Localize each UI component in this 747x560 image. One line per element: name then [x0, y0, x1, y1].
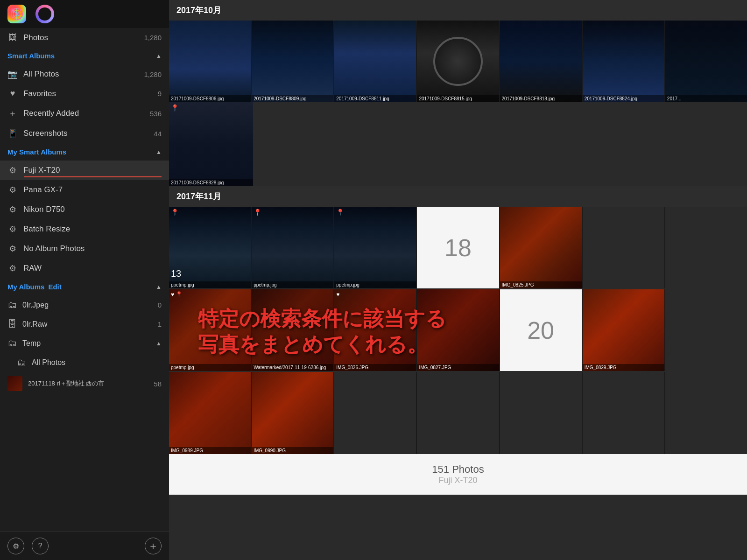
main-content: 2017年10月 20171009-DSCF8806.jpg 20171009-…: [169, 0, 747, 560]
november-grid-row1: 📍 13 ppetmp.jpg 📍 ppetmp.jpg 📍: [169, 207, 747, 288]
photo-label-nov-3: ppetmp.jpg: [334, 281, 416, 288]
sidebar-item-0lr-raw[interactable]: 🗄 0lr.Raw 1: [0, 315, 169, 334]
date-20-number: 20: [527, 316, 554, 344]
my-albums-header[interactable]: My Albums Edit ▲: [0, 278, 169, 295]
photos-icon: 🖼: [7, 33, 18, 42]
sidebar-item-temp[interactable]: 🗂 Temp ▲: [0, 334, 169, 353]
photo-nov-date-18[interactable]: 18: [417, 207, 499, 288]
photo-oct-4[interactable]: 20171009-DSCF8815.jpg: [417, 21, 499, 102]
sidebar-item-raw[interactable]: ⚙ RAW: [0, 259, 169, 278]
photo-nov-festival-1[interactable]: ♥ 📍 ppetmp.jpg: [169, 289, 251, 371]
plus-icon: ＋: [7, 108, 18, 119]
album-entry-count: 58: [154, 380, 162, 388]
november-photo-area: 📍 13 ppetmp.jpg 📍 ppetmp.jpg 📍: [169, 207, 747, 454]
settings-button[interactable]: ⚙: [7, 538, 24, 554]
photo-label-nov-2: ppetmp.jpg: [252, 281, 333, 288]
nov-empty-1: [583, 207, 664, 288]
sidebar-item-screenshots[interactable]: 📱 Screenshots 44: [0, 124, 169, 143]
album-thumb: [7, 376, 22, 391]
photo-grid-area[interactable]: 2017年10月 20171009-DSCF8806.jpg 20171009-…: [169, 0, 747, 560]
location-pin-nov-3: 📍: [336, 209, 344, 216]
sidebar-item-fuji-xt20[interactable]: ⚙ Fuji X-T20: [0, 161, 169, 180]
photo-nov-festival-3[interactable]: ♥ IMG_0826.JPG: [334, 289, 416, 371]
add-button[interactable]: ＋: [145, 538, 162, 554]
recently-added-label: Recently Added: [23, 109, 79, 118]
photos-icon[interactable]: [35, 5, 54, 23]
sidebar-item-photos[interactable]: 🖼 Photos 1,280: [0, 28, 169, 47]
photo-label-oct-4: 20171009-DSCF8815.jpg: [417, 95, 499, 102]
my-albums-edit-button[interactable]: Edit: [48, 283, 61, 291]
screenshots-count: 44: [154, 130, 162, 138]
sidebar-item-album-entry[interactable]: 20171118 ri＋聖地社 西の市 58: [0, 372, 169, 395]
photo-label-oct-5: 20171009-DSCF8818.jpg: [500, 95, 582, 102]
photo-label-bottom-2: IMG_0990.JPG: [252, 447, 333, 454]
photo-nov-city-2[interactable]: 📍 ppetmp.jpg: [252, 207, 333, 288]
nov-empty-8: [665, 372, 747, 454]
sidebar-item-0lr-jpeg[interactable]: 🗂 0lr.Jpeg 0: [0, 295, 169, 315]
nov-empty-5: [417, 372, 499, 454]
october-empty: [253, 102, 747, 186]
photo-oct-7[interactable]: 2017...: [665, 21, 747, 102]
photo-oct-6[interactable]: 20171009-DSCF8824.jpg: [583, 21, 664, 102]
date-18-number: 18: [444, 234, 472, 262]
photo-oct-3[interactable]: 20171009-DSCF8811.jpg: [334, 21, 416, 102]
photo-label-oct-3: 20171009-DSCF8811.jpg: [334, 95, 416, 102]
photo-label-festival-2: Watermarked/2017-11-19-6286.jpg: [252, 364, 333, 371]
pana-gx7-label: Pana GX-7: [23, 185, 63, 195]
photo-nov-lantern-1[interactable]: IMG_0825.JPG: [500, 207, 582, 288]
nikon-d750-label: Nikon D750: [23, 205, 65, 214]
smart-albums-header[interactable]: Smart Albums ▲: [0, 47, 169, 64]
photo-nov-bottom-1[interactable]: IMG_0989.JPG: [169, 372, 251, 454]
location-pin-oct-8: 📍: [171, 104, 179, 112]
photo-label-festival-1: ppetmp.jpg: [169, 364, 251, 371]
photo-nov-festival-4[interactable]: IMG_0827.JPG: [417, 289, 499, 371]
sidebar-item-all-photos-sub[interactable]: 🗂 All Photos: [0, 353, 169, 372]
my-albums-chevron: ▲: [156, 284, 162, 290]
photos-label: Photos: [23, 33, 48, 42]
photo-nov-festival-2[interactable]: Watermarked/2017-11-19-6286.jpg: [252, 289, 333, 371]
photo-label-oct-7: 2017...: [665, 95, 747, 102]
october-grid-bottom: 📍 20171009-DSCF8828.jpg: [169, 102, 747, 186]
sidebar-header: [0, 0, 169, 28]
nov-empty-4: [334, 372, 416, 454]
photo-oct-5[interactable]: 20171009-DSCF8818.jpg: [500, 21, 582, 102]
november-label: 2017年11月: [169, 186, 747, 207]
temp-label: Temp: [22, 339, 41, 348]
photo-nov-bottom-2[interactable]: IMG_0990.JPG: [252, 372, 333, 454]
help-button[interactable]: ?: [32, 538, 49, 554]
camera-icon: 📷: [7, 69, 18, 79]
sidebar-item-pana-gx7[interactable]: ⚙ Pana GX-7: [0, 180, 169, 200]
sidebar-item-all-photos[interactable]: 📷 All Photos 1,280: [0, 64, 169, 84]
october-label: 2017年10月: [169, 0, 747, 21]
location-pin-nov-1: 📍: [171, 209, 179, 216]
sidebar-item-favorites[interactable]: ♥ Favorites 9: [0, 84, 169, 103]
phone-icon: 📱: [7, 128, 18, 139]
month-section-november: 2017年11月 📍 13 ppetmp.jpg 📍: [169, 186, 747, 454]
photo-oct-2[interactable]: 20171009-DSCF8809.jpg: [252, 21, 333, 102]
photo-nov-date-20[interactable]: 20: [500, 289, 582, 371]
sidebar: 🖼 Photos 1,280 Smart Albums ▲ 📷 All Phot…: [0, 0, 169, 560]
folder-icon-temp: 🗂: [7, 338, 17, 349]
sidebar-item-batch-resize[interactable]: ⚙ Batch Resize: [0, 219, 169, 239]
photo-label-festival-3: IMG_0826.JPG: [334, 364, 416, 371]
november-grid-row3: IMG_0989.JPG IMG_0990.JPG: [169, 372, 747, 454]
heart-icon: ♥: [7, 89, 18, 98]
sidebar-item-nikon-d750[interactable]: ⚙ Nikon D750: [0, 200, 169, 219]
photo-nov-lantern-2[interactable]: IMG_0829.JPG: [583, 289, 664, 371]
sidebar-item-recently-added[interactable]: ＋ Recently Added 536: [0, 103, 169, 124]
sidebar-item-no-album-photos[interactable]: ⚙ No Album Photos: [0, 239, 169, 259]
folder-icon-0lr-raw: 🗄: [7, 319, 17, 329]
october-grid-top: 20171009-DSCF8806.jpg 20171009-DSCF8809.…: [169, 21, 747, 102]
date-13: 13: [171, 268, 181, 279]
photo-oct-8[interactable]: 📍 20171009-DSCF8828.jpg: [169, 102, 253, 186]
photo-nov-city-3[interactable]: 📍 ppetmp.jpg: [334, 207, 416, 288]
my-smart-albums-header[interactable]: My Smart Albums ▲: [0, 143, 169, 161]
favorites-count: 9: [158, 90, 162, 98]
bottom-info: 151 Photos Fuji X-T20: [169, 454, 747, 495]
app-icon[interactable]: [7, 5, 26, 23]
photo-oct-1[interactable]: 20171009-DSCF8806.jpg: [169, 21, 251, 102]
all-photos-label: All Photos: [23, 70, 59, 79]
photo-nov-city-1[interactable]: 📍 13 ppetmp.jpg: [169, 207, 251, 288]
my-smart-albums-label: My Smart Albums: [7, 148, 66, 156]
photo-label-festival-4: IMG_0827.JPG: [417, 364, 499, 371]
